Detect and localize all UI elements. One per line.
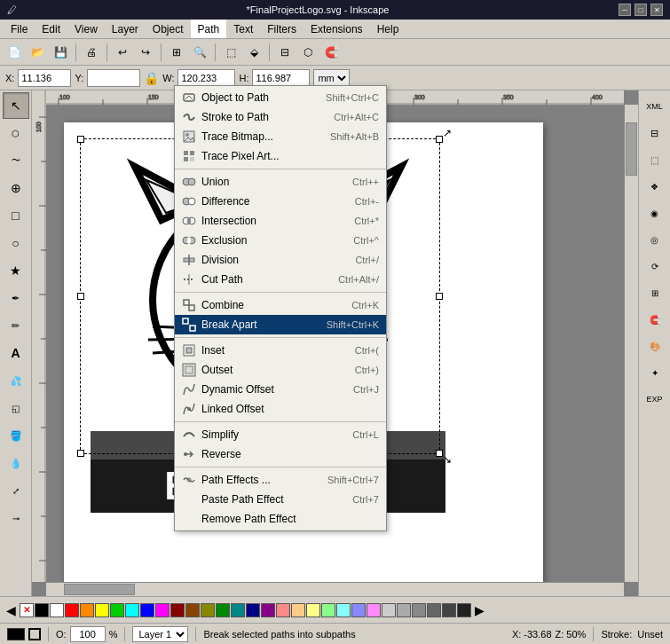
swatch-light-green[interactable] [321, 603, 335, 617]
measure-tool[interactable]: ⊸ [3, 505, 29, 531]
snap-button[interactable]: 🧲 [320, 42, 342, 63]
swatch-cyan[interactable] [125, 603, 139, 617]
horizontal-scroll-thumb[interactable] [64, 584, 135, 595]
swatch-dark-gray[interactable] [427, 603, 441, 617]
path-menu-dynamic-offset[interactable]: Dynamic Offset Ctrl+J [175, 380, 386, 399]
dropper-tool[interactable]: 💧 [3, 450, 29, 476]
path-menu-cut-path[interactable]: Cut Path Ctrl+Alt+/ [175, 270, 386, 289]
transform-button[interactable]: ⟳ [642, 254, 667, 279]
h-input[interactable] [252, 69, 310, 87]
path-menu-stroke-to-path[interactable]: Stroke to Path Ctrl+Alt+C [175, 107, 386, 127]
path-menu-division[interactable]: Division Ctrl+/ [175, 250, 386, 270]
unit-select[interactable]: mm px in [313, 69, 350, 87]
menu-text[interactable]: Text [226, 20, 260, 38]
palette-scroll-left[interactable]: ◀ [4, 603, 19, 617]
menu-extensions[interactable]: Extensions [303, 20, 370, 38]
swatch-purple[interactable] [261, 603, 275, 617]
menu-view[interactable]: View [67, 20, 105, 38]
y-input[interactable] [87, 69, 140, 87]
palette-scroll-right[interactable]: ▶ [472, 603, 487, 617]
menu-path[interactable]: Path [191, 20, 227, 38]
circle-tool[interactable]: ○ [3, 230, 29, 256]
export-button[interactable]: EXP [642, 387, 667, 412]
swatch-light-gray[interactable] [382, 603, 396, 617]
ungroup-button[interactable]: ⬙ [243, 42, 264, 63]
align-button[interactable]: ⊟ [274, 42, 296, 63]
menu-help[interactable]: Help [370, 20, 406, 38]
swatch-peach[interactable] [291, 603, 305, 617]
layers-button[interactable]: ⊟ [642, 121, 667, 145]
redo-button[interactable]: ↪ [135, 42, 156, 63]
text-tool[interactable]: A [3, 340, 29, 366]
path-menu-remove-path-effect[interactable]: Remove Path Effect [175, 509, 386, 529]
stroke-button[interactable]: ◎ [642, 227, 667, 252]
node-tool[interactable]: ⬡ [3, 120, 29, 146]
path-menu-intersection[interactable]: Intersection Ctrl+* [175, 211, 386, 231]
swatch-darkest-gray[interactable] [457, 603, 471, 617]
swatch-darker-gray[interactable] [442, 603, 456, 617]
path-menu-object-to-path[interactable]: Object to Path Shift+Ctrl+C [175, 88, 386, 107]
xml-editor-button[interactable]: XML [642, 94, 667, 119]
layer-select[interactable]: Layer 1 [132, 626, 188, 642]
swatch-pink[interactable] [276, 603, 290, 617]
path-menu-combine[interactable]: Combine Ctrl+K [175, 295, 386, 315]
menu-filters[interactable]: Filters [260, 20, 303, 38]
swatch-teal[interactable] [231, 603, 245, 617]
menu-edit[interactable]: Edit [35, 20, 67, 38]
swatch-light-yellow[interactable] [306, 603, 320, 617]
swatch-magenta[interactable] [155, 603, 169, 617]
opacity-input[interactable] [70, 626, 106, 642]
vertical-scrollbar[interactable] [624, 105, 638, 582]
swatch-white[interactable] [50, 603, 64, 617]
stroke-color-swatch[interactable] [28, 628, 41, 640]
swatch-black[interactable] [35, 603, 49, 617]
path-menu-outset[interactable]: Outset Ctrl+) [175, 360, 386, 380]
swatch-light-magenta[interactable] [367, 603, 381, 617]
path-menu-trace-pixel-art[interactable]: Trace Pixel Art... [175, 146, 386, 166]
star-tool[interactable]: ★ [3, 257, 29, 284]
paint-bucket-tool[interactable]: 🪣 [3, 422, 29, 449]
close-button[interactable]: ✕ [650, 4, 663, 16]
rect-tool[interactable]: □ [3, 202, 29, 229]
swatch-blue[interactable] [140, 603, 154, 617]
path-menu-inset[interactable]: Inset Ctrl+( [175, 341, 386, 360]
color-picker-button[interactable]: 🎨 [642, 334, 667, 358]
undo-button[interactable]: ↩ [112, 42, 133, 63]
path-menu-union[interactable]: Union Ctrl++ [175, 172, 386, 192]
zoom-in-button[interactable]: 🔍 [189, 42, 210, 63]
spray-tool[interactable]: 💦 [3, 367, 29, 394]
symbols-button[interactable]: ❖ [642, 174, 667, 199]
path-menu-path-effects[interactable]: Path Effects ... Shift+Ctrl+7 [175, 470, 386, 490]
path-menu-difference[interactable]: Difference Ctrl+- [175, 192, 386, 211]
swatch-mid-gray[interactable] [412, 603, 426, 617]
path-menu-exclusion[interactable]: Exclusion Ctrl+^ [175, 231, 386, 250]
horizontal-scrollbar[interactable] [46, 582, 624, 596]
swatch-olive[interactable] [201, 603, 215, 617]
swatch-light-blue[interactable] [351, 603, 366, 617]
align-panel-button[interactable]: ⊞ [642, 280, 667, 305]
menu-file[interactable]: File [4, 20, 35, 38]
path-menu-reverse[interactable]: Reverse [175, 444, 386, 464]
path-menu-break-apart[interactable]: Break Apart Shift+Ctrl+K [175, 315, 386, 334]
fill-button[interactable]: ◉ [642, 200, 667, 225]
pencil-tool[interactable]: ✏ [3, 312, 29, 339]
path-menu-paste-path-effect[interactable]: Paste Path Effect Ctrl+7 [175, 490, 386, 509]
zoom-tool[interactable]: ⊕ [3, 175, 29, 201]
menu-layer[interactable]: Layer [105, 20, 146, 38]
open-button[interactable]: 📂 [27, 42, 48, 63]
snap-controls-button[interactable]: 🧲 [642, 307, 667, 332]
swatch-none[interactable]: ✕ [20, 603, 34, 617]
swatch-orange[interactable] [80, 603, 94, 617]
save-button[interactable]: 💾 [50, 42, 71, 63]
vertical-scroll-thumb[interactable] [626, 122, 637, 176]
selector-tool[interactable]: ↖ [3, 92, 29, 119]
swatch-yellow[interactable] [95, 603, 109, 617]
path-menu-simplify[interactable]: Simplify Ctrl+L [175, 425, 386, 444]
maximize-button[interactable]: □ [635, 4, 647, 16]
swatch-gray[interactable] [397, 603, 411, 617]
path-menu-linked-offset[interactable]: Linked Offset [175, 399, 386, 419]
zoom-fit-button[interactable]: ⊞ [166, 42, 187, 63]
swatch-dark-green[interactable] [216, 603, 230, 617]
swatch-green[interactable] [110, 603, 124, 617]
objects-button[interactable]: ⬚ [642, 147, 667, 172]
